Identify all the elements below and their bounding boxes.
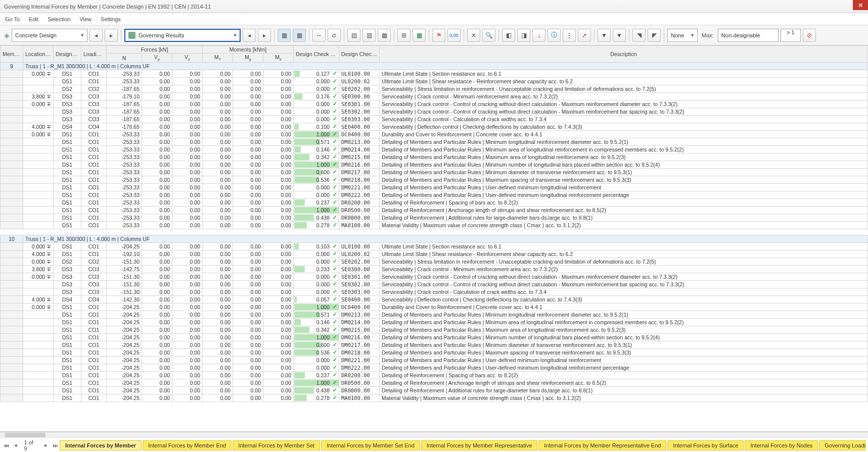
tab-first-button[interactable]: ⏮ — [2, 441, 11, 450]
table-row[interactable]: DS1CO1-204.250.000.000.000.000.001.000✓D… — [1, 379, 868, 387]
table-row[interactable]: 0.000 ∓DS1CO1-204.250.000.000.000.000.00… — [1, 243, 868, 250]
menu-view[interactable]: View — [79, 16, 92, 22]
tool-funnel3[interactable]: ◥ — [632, 29, 646, 42]
tab-internal-forces-by-nodes[interactable]: Internal Forces by Nodes — [745, 440, 818, 450]
col-lo[interactable]: Loading No. — [81, 46, 107, 63]
table-row[interactable]: DS1CO1-253.330.000.000.000.000.000.600✓D… — [1, 169, 868, 176]
table-row[interactable]: DS1CO1-204.250.000.000.000.000.000.146✓D… — [1, 319, 868, 326]
col-ratio[interactable]: Design Check Ratio η [-] — [294, 46, 339, 63]
col-mt[interactable]: MT — [203, 54, 233, 63]
tab-internal-forces-by-member-representative[interactable]: Internal Forces by Member Representative — [421, 440, 537, 450]
table-row[interactable]: DS1CO1-253.330.000.000.000.000.000.146✓D… — [1, 146, 868, 154]
result-type-select[interactable]: Governing Results ▾ — [124, 29, 241, 42]
tab-internal-forces-by-member-set-end[interactable]: Internal Forces by Member Set End — [321, 440, 420, 450]
scrollbar-thumb[interactable] — [5, 433, 45, 437]
table-row[interactable]: DS1CO1-253.330.000.000.000.000.000.438✓D… — [1, 214, 868, 222]
table-row[interactable]: 0.000 ∓DS1CO1-253.330.000.000.000.000.00… — [1, 131, 868, 138]
tool-decimal[interactable]: 0,00 — [447, 29, 461, 42]
horizontal-scrollbar[interactable] — [0, 432, 868, 438]
table-row[interactable]: DS1CO1-204.250.000.000.000.000.001.000✓D… — [1, 334, 868, 341]
table-row[interactable]: DS1CO1-204.250.000.000.000.000.000.000✓D… — [1, 364, 868, 372]
nav-next-button[interactable]: ▸ — [105, 29, 118, 42]
tool-measure[interactable]: ↔ — [312, 29, 326, 42]
tool-funnel2[interactable]: ▼ — [613, 29, 626, 42]
col-member[interactable]: Member No. — [1, 46, 23, 63]
nav-next2-button[interactable]: ▸ — [258, 29, 271, 42]
table-row[interactable]: DS1CO1-253.330.000.000.000.000.000.536✓D… — [1, 176, 868, 184]
table-row[interactable]: DS1CO1-253.330.000.000.000.000.000.342✓D… — [1, 154, 868, 161]
category-select[interactable]: Concrete Design ▾ — [12, 29, 87, 42]
table-row[interactable]: DS3CO3-151.300.000.000.000.000.000.000✓S… — [1, 288, 868, 296]
table-row[interactable]: 0.000 ∓DS2CO2-151.300.000.000.000.000.00… — [1, 258, 868, 266]
tool-bars[interactable]: ⟂ — [532, 29, 545, 42]
tool-flag[interactable]: ⚑ — [432, 29, 445, 42]
table-row[interactable]: DS1CO1-253.330.000.000.000.000.001.000✓D… — [1, 207, 868, 214]
tool-excel[interactable]: ▦ — [413, 29, 426, 42]
table-row[interactable]: DS1CO1-204.250.000.000.000.000.000.600✓D… — [1, 341, 868, 349]
col-moments-group[interactable]: Moments [kNm] — [203, 46, 294, 54]
table-row[interactable]: 4.000 ∓DS1CO1-192.100.000.000.000.000.00… — [1, 250, 868, 258]
col-forces-group[interactable]: Forces [kN] — [107, 46, 203, 54]
table-row[interactable]: 4.000 ∓DS4CO4-142.300.000.000.000.000.00… — [1, 296, 868, 304]
col-vz[interactable]: Vz — [172, 54, 203, 63]
table-row[interactable]: DS1CO1-204.250.000.000.000.000.000.438✓D… — [1, 387, 868, 394]
tool-table1[interactable]: ▤ — [347, 29, 360, 42]
table-row[interactable]: DS1CO1-204.250.000.000.000.000.000.237✓D… — [1, 372, 868, 379]
filter-select[interactable]: None ▾ — [667, 29, 698, 42]
nav-prev-button[interactable]: ◂ — [89, 29, 103, 42]
group-header-row[interactable]: 9Truss | 1 - R_M1 300/300 | L : 4.000 m … — [1, 63, 868, 70]
tool-highlight2[interactable]: ▦ — [293, 29, 306, 42]
col-my[interactable]: My — [233, 54, 263, 63]
table-row[interactable]: 0.000 ∓DS3CO3-187.650.000.000.000.000.00… — [1, 101, 868, 108]
table-row[interactable]: DS1CO1-253.330.000.000.000.000.000.000✓D… — [1, 191, 868, 199]
tab-governing-loading[interactable]: Governing Loading — [819, 440, 866, 450]
table-row[interactable]: DS1CO1-253.330.000.000.000.000.000.237✓D… — [1, 199, 868, 207]
tool-info[interactable]: ⓘ — [547, 29, 561, 42]
tool-table3[interactable]: ▦ — [378, 29, 391, 42]
tab-prev-button[interactable]: ◂ — [11, 441, 20, 450]
tab-next-button[interactable]: ▸ — [42, 441, 51, 450]
col-desc[interactable]: Description — [380, 46, 868, 63]
table-row[interactable]: DS1CO1-204.250.000.000.000.000.000.342✓D… — [1, 326, 868, 334]
table-row[interactable]: DS3CO3-151.300.000.000.000.000.000.000✓S… — [1, 281, 868, 288]
results-grid[interactable]: Member No. Location x [m] Design Situati… — [0, 45, 868, 432]
table-row[interactable]: DS3CO3-187.650.000.000.000.000.000.000✓S… — [1, 108, 868, 116]
col-ds[interactable]: Design Situation — [54, 46, 81, 63]
table-row[interactable]: DS1CO1-204.250.000.000.000.000.000.278✓M… — [1, 394, 868, 402]
tool-highlight1[interactable]: ▦ — [278, 29, 291, 42]
table-row[interactable]: 3.800 ∓DS3CO3-142.750.000.000.000.000.00… — [1, 266, 868, 273]
menu-selection[interactable]: Selection — [48, 16, 70, 22]
threshold-input[interactable]: > 1 — [781, 29, 801, 42]
tool-grid[interactable]: ⊞ — [397, 29, 410, 42]
tab-internal-forces-by-member-end[interactable]: Internal Forces by Member End — [143, 440, 232, 450]
table-row[interactable]: DS1CO1-253.330.000.000.000.000.000.000✓D… — [1, 184, 868, 191]
tool-clear[interactable]: ✕ — [467, 29, 480, 42]
close-button[interactable]: ✕ — [853, 0, 868, 10]
tool-error[interactable]: ⊘ — [803, 29, 816, 42]
col-vy[interactable]: Vy — [142, 54, 172, 63]
tool-search[interactable]: 🔍 — [482, 29, 495, 42]
col-n[interactable]: N — [107, 54, 142, 63]
col-location[interactable]: Location x [m] — [23, 46, 54, 63]
table-row[interactable]: 0.000 ∓DS3CO3-151.300.000.000.000.000.00… — [1, 273, 868, 281]
tool-filter2[interactable]: ◨ — [517, 29, 530, 42]
menu-settings[interactable]: Settings — [101, 16, 121, 22]
tab-last-button[interactable]: ⏭ — [51, 441, 60, 450]
tool-funnel4[interactable]: ◤ — [648, 29, 661, 42]
table-row[interactable]: DS1CO1-253.330.000.000.000.000.000.000✓U… — [1, 78, 868, 85]
menu-edit[interactable]: Edit — [29, 16, 38, 22]
nav-prev2-button[interactable]: ◂ — [243, 29, 256, 42]
tab-internal-forces-by-member-set[interactable]: Internal Forces by Member Set — [233, 440, 320, 450]
table-row[interactable]: DS1CO1-253.330.000.000.000.000.000.571✓D… — [1, 138, 868, 146]
table-row[interactable]: DS1CO1-204.250.000.000.000.000.000.571✓D… — [1, 311, 868, 319]
tool-sigma[interactable]: σ — [328, 29, 341, 42]
table-row[interactable]: 3.800 ∓DS3CO3-179.100.000.000.000.000.00… — [1, 93, 868, 101]
col-type[interactable]: Design Check Type — [339, 46, 380, 63]
max-select[interactable]: Non-designable — [718, 29, 779, 42]
tab-internal-forces-by-member-representative-end[interactable]: Internal Forces by Member Representative… — [538, 440, 666, 450]
tab-internal-forces-by-surface[interactable]: Internal Forces by Surface — [667, 440, 744, 450]
tool-arrow[interactable]: ➚ — [578, 29, 591, 42]
table-row[interactable]: DS3CO3-187.650.000.000.000.000.000.000✓S… — [1, 116, 868, 123]
group-header-row[interactable]: 10Truss | 1 - R_M1 300/300 | L : 4.000 m… — [1, 235, 868, 243]
col-mz[interactable]: Mz — [263, 54, 294, 63]
